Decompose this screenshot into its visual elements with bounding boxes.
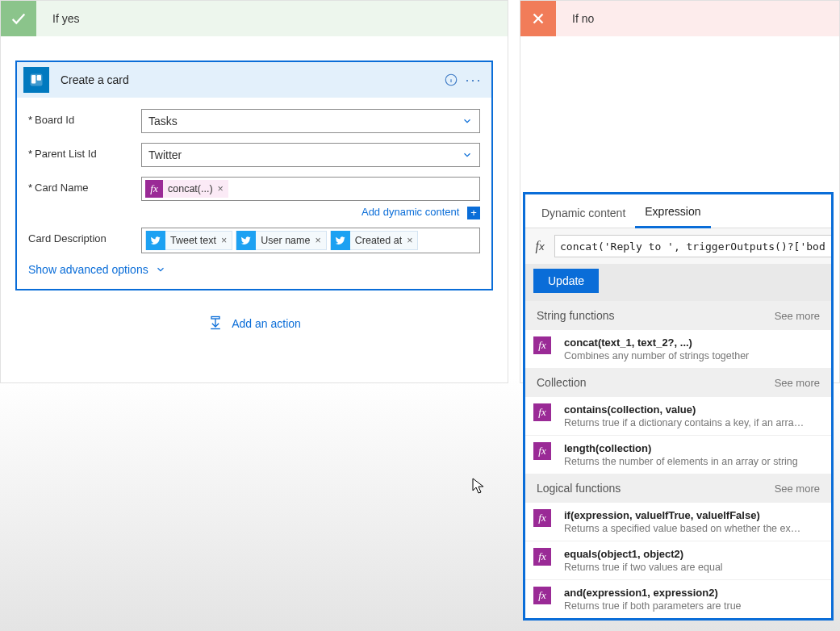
function-signature: and(expression1, expression2) bbox=[564, 587, 742, 599]
chevron-down-icon bbox=[155, 264, 166, 275]
twitter-icon bbox=[331, 231, 350, 250]
see-more-link[interactable]: See more bbox=[775, 483, 820, 495]
if-yes-title: If yes bbox=[52, 12, 79, 25]
function-description: Returns true if a dictionary contains a … bbox=[564, 417, 806, 428]
svg-rect-6 bbox=[211, 316, 219, 319]
function-signature: equals(object1, object2) bbox=[564, 548, 723, 560]
select-parent-list-id-value: Twitter bbox=[148, 148, 182, 161]
tab-expression[interactable]: Expression bbox=[635, 197, 710, 228]
dynamic-token[interactable]: Created at × bbox=[330, 231, 419, 250]
section-logical-functions: Logical functions See more bbox=[525, 474, 831, 503]
fx-icon: fx bbox=[533, 548, 551, 566]
show-advanced-options-label: Show advanced options bbox=[28, 263, 148, 276]
field-card-name: Card Name fx concat(...) × bbox=[28, 177, 480, 201]
section-collection: Collection See more bbox=[525, 368, 831, 397]
card-title: Create a card bbox=[61, 73, 440, 86]
label-parent-list-id: Parent List Id bbox=[28, 143, 141, 160]
expression-token-text: concat(...) bbox=[168, 183, 213, 194]
token-remove-icon[interactable]: × bbox=[221, 235, 227, 246]
info-icon[interactable] bbox=[440, 69, 462, 91]
if-yes-header: If yes bbox=[1, 1, 508, 36]
if-yes-branch: If yes Create a card ··· Board Id Tasks bbox=[0, 0, 508, 383]
trello-icon bbox=[23, 67, 49, 93]
expression-input-row: fx concat('Reply to ', triggerOutputs()?… bbox=[525, 228, 831, 264]
see-more-link[interactable]: See more bbox=[775, 310, 820, 322]
add-an-action-label: Add an action bbox=[232, 317, 301, 330]
update-button[interactable]: Update bbox=[533, 269, 599, 293]
fx-icon: fx bbox=[533, 403, 551, 421]
add-an-action-button[interactable]: Add an action bbox=[1, 315, 508, 333]
dynamic-token[interactable]: User name × bbox=[236, 231, 326, 250]
if-no-header: If no bbox=[520, 1, 839, 36]
if-no-title: If no bbox=[572, 12, 594, 25]
fx-icon: fx bbox=[533, 336, 551, 354]
svg-rect-2 bbox=[37, 75, 41, 81]
add-action-icon bbox=[207, 315, 224, 333]
add-dynamic-content-row: Add dynamic content + bbox=[141, 206, 480, 219]
function-concat[interactable]: fx concat(text_1, text_2?, ...) Combines… bbox=[525, 330, 831, 368]
dynamic-token[interactable]: Tweet text × bbox=[145, 231, 232, 250]
token-remove-icon[interactable]: × bbox=[218, 183, 224, 194]
function-signature: contains(collection, value) bbox=[564, 403, 806, 416]
fx-icon: fx bbox=[533, 509, 551, 527]
expression-tabs: Dynamic content Expression bbox=[525, 194, 831, 228]
see-more-link[interactable]: See more bbox=[775, 377, 820, 389]
fx-icon: fx bbox=[533, 587, 551, 604]
fx-icon: fx bbox=[145, 180, 163, 198]
card-header[interactable]: Create a card ··· bbox=[17, 62, 491, 98]
more-icon[interactable]: ··· bbox=[462, 72, 485, 89]
select-parent-list-id[interactable]: Twitter bbox=[141, 143, 480, 167]
dynamic-token-text: Tweet text bbox=[170, 235, 216, 246]
function-signature: length(collection) bbox=[564, 442, 798, 454]
expression-panel: Dynamic content Expression fx concat('Re… bbox=[523, 192, 834, 621]
action-card-create-a-card: Create a card ··· Board Id Tasks Parent … bbox=[15, 61, 493, 290]
function-length[interactable]: fx length(collection) Returns the number… bbox=[525, 436, 831, 474]
twitter-icon bbox=[146, 231, 165, 250]
mouse-cursor-icon bbox=[472, 478, 485, 495]
expression-input[interactable]: concat('Reply to ', triggerOutputs()?['b… bbox=[554, 235, 831, 257]
expression-token[interactable]: fx concat(...) × bbox=[145, 180, 228, 198]
token-remove-icon[interactable]: × bbox=[407, 235, 412, 246]
expression-button-row: Update bbox=[525, 264, 831, 301]
add-dynamic-content-button[interactable]: + bbox=[467, 207, 480, 219]
section-title: Logical functions bbox=[537, 482, 621, 495]
chevron-down-icon bbox=[462, 149, 473, 161]
fx-icon: fx bbox=[525, 239, 554, 253]
function-description: Returns a specified value based on wheth… bbox=[564, 523, 806, 534]
field-card-description: Card Description Tweet text × User name … bbox=[28, 228, 480, 253]
function-signature: if(expression, valueIfTrue, valueIfFalse… bbox=[564, 509, 806, 521]
token-remove-icon[interactable]: × bbox=[315, 235, 320, 246]
function-and[interactable]: fx and(expression1, expression2) Returns… bbox=[525, 580, 831, 618]
tab-dynamic-content[interactable]: Dynamic content bbox=[532, 198, 635, 228]
add-dynamic-content-link[interactable]: Add dynamic content bbox=[361, 206, 459, 218]
label-card-name: Card Name bbox=[28, 177, 141, 194]
select-board-id-value: Tasks bbox=[148, 115, 178, 127]
function-signature: concat(text_1, text_2?, ...) bbox=[564, 336, 749, 349]
select-board-id[interactable]: Tasks bbox=[141, 109, 480, 133]
label-card-description: Card Description bbox=[28, 228, 141, 244]
twitter-icon bbox=[236, 231, 256, 250]
card-body: Board Id Tasks Parent List Id Twitter bbox=[17, 98, 491, 289]
dynamic-token-text: User name bbox=[261, 235, 310, 246]
section-string-functions: String functions See more bbox=[525, 301, 831, 330]
function-equals[interactable]: fx equals(object1, object2) Returns true… bbox=[525, 541, 831, 579]
show-advanced-options[interactable]: Show advanced options bbox=[28, 263, 480, 276]
fx-icon: fx bbox=[533, 442, 551, 460]
label-board-id: Board Id bbox=[28, 109, 141, 126]
dynamic-token-text: Created at bbox=[355, 235, 402, 246]
function-description: Combines any number of strings together bbox=[564, 350, 749, 361]
check-icon bbox=[1, 1, 36, 36]
field-board-id: Board Id Tasks bbox=[28, 109, 480, 133]
section-title: String functions bbox=[537, 309, 615, 322]
input-card-description[interactable]: Tweet text × User name × Created at × bbox=[141, 228, 480, 253]
input-card-name[interactable]: fx concat(...) × bbox=[141, 177, 480, 201]
field-parent-list-id: Parent List Id Twitter bbox=[28, 143, 480, 167]
function-description: Returns true if both parameters are true bbox=[564, 600, 742, 612]
section-title: Collection bbox=[537, 376, 586, 389]
svg-rect-1 bbox=[31, 75, 36, 84]
function-contains[interactable]: fx contains(collection, value) Returns t… bbox=[525, 397, 831, 435]
chevron-down-icon bbox=[462, 115, 473, 127]
x-icon bbox=[520, 1, 556, 36]
function-description: Returns true if two values are equal bbox=[564, 562, 723, 573]
function-if[interactable]: fx if(expression, valueIfTrue, valueIfFa… bbox=[525, 503, 831, 541]
